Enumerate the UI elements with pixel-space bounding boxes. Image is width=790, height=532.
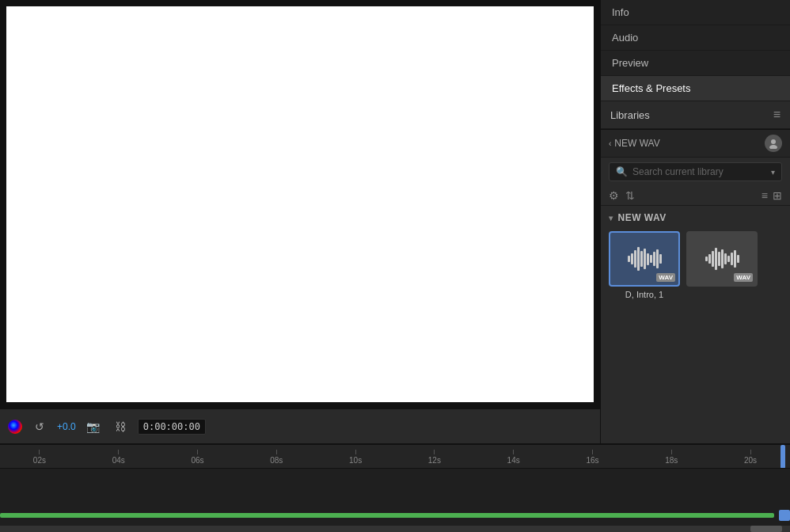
section-chevron-icon[interactable]: ▾ xyxy=(609,214,613,222)
offset-value: +0.0 xyxy=(57,421,76,432)
library-nav: ‹ NEW WAV xyxy=(601,130,790,158)
sort-icon[interactable]: ⇅ xyxy=(625,189,635,202)
bottom-toolbar: ↺ +0.0 📷 ⛓ 0:00:00:00 xyxy=(0,408,600,443)
search-icon: 🔍 xyxy=(616,166,628,177)
filter-bar: ⚙ ⇅ ≡ ⊞ xyxy=(601,186,790,206)
timeline-area: 02s 04s 06s 08s 10s 12s 14s 16s 18s 20s xyxy=(0,443,790,532)
preview-canvas xyxy=(6,6,594,402)
horizontal-scrollbar[interactable] xyxy=(0,526,790,532)
list-item[interactable]: WAV xyxy=(686,231,758,299)
right-panel: Info Audio Preview Effects & Presets Lib… xyxy=(600,0,790,443)
grid-view-icon[interactable]: ⊞ xyxy=(773,189,782,202)
libraries-menu-icon[interactable]: ≡ xyxy=(773,108,781,122)
search-dropdown-arrow[interactable]: ▾ xyxy=(771,168,775,177)
scrollbar-thumb[interactable] xyxy=(750,526,782,532)
tick-16s: 16s xyxy=(553,450,632,465)
tick-02s: 02s xyxy=(0,450,79,465)
panel-tabs: Info Audio Preview Effects & Presets Lib… xyxy=(601,0,790,130)
tick-04s: 04s xyxy=(79,450,158,465)
tab-preview[interactable]: Preview xyxy=(601,51,790,76)
wav-item-label-1: D, Intro, 1 xyxy=(609,290,680,299)
top-area: ↺ +0.0 📷 ⛓ 0:00:00:00 Info Audio Preview… xyxy=(0,0,790,443)
library-nav-name: NEW WAV xyxy=(614,138,659,149)
link-icon[interactable]: ⛓ xyxy=(111,417,130,436)
wav-waveform-1 xyxy=(628,247,662,271)
wav-waveform-2 xyxy=(705,247,739,271)
refresh-icon[interactable]: ↺ xyxy=(30,417,49,436)
wav-thumbnail-2[interactable]: WAV xyxy=(686,231,758,287)
wav-badge-1: WAV xyxy=(656,273,675,282)
list-item[interactable]: WAV D, Intro, 1 xyxy=(609,231,680,299)
track-green-bar xyxy=(0,513,774,518)
svg-point-1 xyxy=(769,145,777,149)
playhead[interactable] xyxy=(781,445,785,469)
track-end-handle[interactable] xyxy=(779,510,790,521)
tick-06s: 06s xyxy=(158,450,237,465)
items-grid: WAV D, Intro, 1 xyxy=(601,228,790,307)
user-avatar[interactable] xyxy=(765,135,782,152)
filter-icon[interactable]: ⚙ xyxy=(609,189,619,202)
tick-18s: 18s xyxy=(632,450,711,465)
ruler-ticks: 02s 04s 06s 08s 10s 12s 14s 16s 18s 20s xyxy=(0,450,790,465)
tab-info[interactable]: Info xyxy=(601,0,790,25)
color-wheel-icon[interactable] xyxy=(8,420,22,434)
libraries-header: Libraries ≡ xyxy=(601,101,790,129)
view-icons: ≡ ⊞ xyxy=(762,189,782,202)
wav-badge-2: WAV xyxy=(734,273,753,282)
timeline-tracks[interactable] xyxy=(0,469,790,526)
search-input[interactable] xyxy=(632,166,766,177)
timecode-display: 0:00:00:00 xyxy=(138,419,206,435)
libraries-title: Libraries xyxy=(610,109,650,121)
tick-14s: 14s xyxy=(474,450,553,465)
timeline-ruler: 02s 04s 06s 08s 10s 12s 14s 16s 18s 20s xyxy=(0,445,790,469)
library-back-btn[interactable]: ‹ NEW WAV xyxy=(609,138,660,149)
section-header: ▾ NEW WAV xyxy=(601,206,790,228)
preview-area: ↺ +0.0 📷 ⛓ 0:00:00:00 xyxy=(0,0,600,443)
tick-20s: 20s xyxy=(711,450,790,465)
section-name: NEW WAV xyxy=(618,212,667,223)
tick-12s: 12s xyxy=(395,450,474,465)
tab-effects[interactable]: Effects & Presets xyxy=(601,76,790,101)
tab-audio[interactable]: Audio xyxy=(601,25,790,51)
camera-icon[interactable]: 📷 xyxy=(84,417,103,436)
tick-10s: 10s xyxy=(316,450,395,465)
wav-thumbnail-selected[interactable]: WAV xyxy=(609,231,680,287)
list-view-icon[interactable]: ≡ xyxy=(762,189,768,202)
tick-08s: 08s xyxy=(237,450,316,465)
main-container: ↺ +0.0 📷 ⛓ 0:00:00:00 Info Audio Preview… xyxy=(0,0,790,532)
search-bar: 🔍 ▾ xyxy=(609,162,782,181)
back-chevron-icon: ‹ xyxy=(609,139,611,148)
svg-point-0 xyxy=(771,139,776,144)
